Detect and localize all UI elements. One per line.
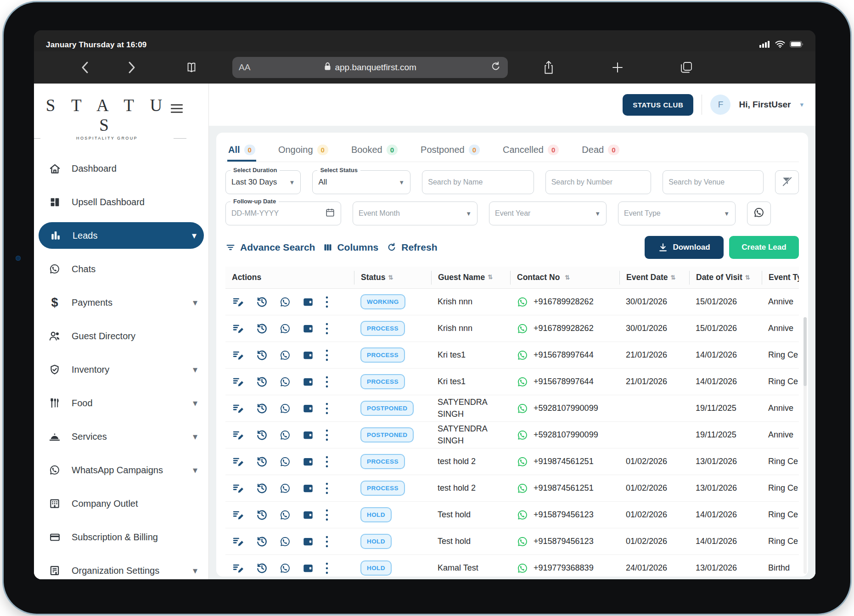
- advance-search-button[interactable]: Advance Search: [225, 242, 315, 253]
- column-header-contact-no[interactable]: Contact No⇅: [510, 271, 619, 285]
- status-select[interactable]: Select Status All ▼: [312, 170, 410, 194]
- history-icon[interactable]: [255, 348, 269, 362]
- tab-dead[interactable]: Dead0: [581, 145, 620, 162]
- sidebar-item-whatsapp-campaigns[interactable]: WhatsApp Campaigns▾: [34, 457, 208, 483]
- kebab-menu-icon[interactable]: [325, 535, 329, 548]
- tab-booked[interactable]: Booked0: [350, 145, 399, 162]
- whatsapp-action-icon[interactable]: [279, 509, 291, 521]
- edit-icon[interactable]: [232, 509, 245, 521]
- sidebar-item-food[interactable]: Food▾: [34, 390, 208, 416]
- kebab-menu-icon[interactable]: [325, 562, 329, 575]
- edit-icon[interactable]: [232, 296, 245, 308]
- column-header-event-date[interactable]: Event Date⇅: [619, 271, 689, 285]
- columns-button[interactable]: Columns: [323, 242, 378, 253]
- create-lead-button[interactable]: Create Lead: [729, 236, 799, 259]
- kebab-menu-icon[interactable]: [325, 455, 329, 468]
- whatsapp-action-icon[interactable]: [279, 403, 291, 414]
- calendar-icon[interactable]: [325, 207, 335, 219]
- whatsapp-icon[interactable]: [517, 296, 528, 308]
- sidebar-item-organization-settings[interactable]: Organization Settings▾: [34, 557, 208, 579]
- edit-icon[interactable]: [232, 322, 245, 335]
- edit-icon[interactable]: [232, 349, 245, 362]
- sort-icon[interactable]: ⇅: [565, 274, 570, 281]
- kebab-menu-icon[interactable]: [325, 349, 329, 362]
- hamburger-menu-icon[interactable]: [171, 102, 183, 115]
- history-icon[interactable]: [255, 295, 269, 308]
- search-venue-input[interactable]: [669, 178, 758, 186]
- kebab-menu-icon[interactable]: [325, 402, 329, 415]
- whatsapp-icon[interactable]: [517, 349, 528, 361]
- sidebar-item-inventory[interactable]: Inventory▾: [34, 356, 208, 383]
- kebab-menu-icon[interactable]: [325, 296, 329, 308]
- sidebar-item-payments[interactable]: $Payments▾: [34, 289, 208, 316]
- kebab-menu-icon[interactable]: [325, 509, 329, 521]
- card-icon[interactable]: [302, 323, 315, 335]
- history-icon[interactable]: [255, 482, 269, 495]
- edit-icon[interactable]: [232, 562, 245, 575]
- search-name-input[interactable]: [428, 178, 528, 186]
- search-number-input[interactable]: [551, 178, 646, 186]
- share-icon[interactable]: [538, 57, 559, 78]
- kebab-menu-icon[interactable]: [325, 482, 329, 495]
- card-icon[interactable]: [302, 376, 315, 388]
- whatsapp-filter-button[interactable]: [747, 202, 771, 225]
- kebab-menu-icon[interactable]: [325, 375, 329, 388]
- card-icon[interactable]: [302, 562, 315, 574]
- search-venue-field[interactable]: [663, 170, 764, 194]
- card-icon[interactable]: [302, 456, 315, 468]
- sidebar-item-guest-directory[interactable]: Guest Directory: [34, 323, 208, 349]
- edit-icon[interactable]: [232, 482, 245, 495]
- whatsapp-icon[interactable]: [517, 536, 528, 548]
- whatsapp-icon[interactable]: [517, 376, 528, 388]
- clear-filters-button[interactable]: [775, 170, 799, 194]
- kebab-menu-icon[interactable]: [325, 322, 329, 335]
- edit-icon[interactable]: [232, 535, 245, 548]
- sidebar-item-company-outlet[interactable]: Company Outlet: [34, 490, 208, 517]
- history-icon[interactable]: [255, 375, 269, 388]
- event-year-select[interactable]: Event Year ▼: [489, 202, 607, 225]
- whatsapp-action-icon[interactable]: [279, 296, 291, 308]
- edit-icon[interactable]: [232, 375, 245, 388]
- tab-ongoing[interactable]: Ongoing0: [277, 145, 329, 162]
- whatsapp-icon[interactable]: [517, 456, 528, 468]
- edit-icon[interactable]: [232, 402, 245, 415]
- history-icon[interactable]: [255, 402, 269, 415]
- whatsapp-icon[interactable]: [517, 509, 528, 521]
- history-icon[interactable]: [255, 322, 269, 335]
- whatsapp-action-icon[interactable]: [279, 323, 291, 335]
- card-icon[interactable]: [302, 429, 315, 441]
- sort-icon[interactable]: ⇅: [670, 274, 675, 281]
- edit-icon[interactable]: [232, 429, 245, 442]
- whatsapp-icon[interactable]: [517, 429, 528, 441]
- card-icon[interactable]: [302, 509, 315, 521]
- search-name-field[interactable]: [422, 170, 534, 194]
- whatsapp-icon[interactable]: [517, 562, 528, 574]
- card-icon[interactable]: [302, 296, 315, 308]
- tabs-icon[interactable]: [676, 57, 697, 78]
- address-bar[interactable]: AA app.banquetfirst.com: [232, 57, 508, 78]
- sidebar-item-dashboard[interactable]: Dashboard: [34, 155, 208, 182]
- reload-icon[interactable]: [490, 61, 501, 74]
- history-icon[interactable]: [255, 561, 269, 575]
- edit-icon[interactable]: [232, 455, 245, 468]
- avatar[interactable]: F: [710, 95, 730, 115]
- back-icon[interactable]: [74, 57, 96, 78]
- sort-icon[interactable]: ⇅: [745, 274, 750, 281]
- whatsapp-icon[interactable]: [517, 403, 528, 414]
- history-icon[interactable]: [255, 455, 269, 468]
- user-greeting[interactable]: Hi, FirstUser: [739, 100, 791, 110]
- card-icon[interactable]: [302, 482, 315, 494]
- sidebar-item-services[interactable]: Services▾: [34, 423, 208, 450]
- reader-mode-button[interactable]: AA: [239, 62, 250, 73]
- sort-icon[interactable]: ⇅: [388, 274, 393, 281]
- download-button[interactable]: Download: [645, 236, 724, 259]
- forward-icon[interactable]: [121, 57, 142, 78]
- event-type-select[interactable]: Event Type ▼: [618, 202, 736, 225]
- followup-date-input[interactable]: [231, 209, 325, 218]
- whatsapp-action-icon[interactable]: [279, 482, 291, 494]
- whatsapp-action-icon[interactable]: [279, 456, 291, 468]
- whatsapp-action-icon[interactable]: [279, 536, 291, 548]
- event-month-select[interactable]: Event Month ▼: [353, 202, 478, 225]
- whatsapp-icon[interactable]: [517, 482, 528, 494]
- duration-select[interactable]: Select Duration Last 30 Days ▼: [225, 170, 301, 194]
